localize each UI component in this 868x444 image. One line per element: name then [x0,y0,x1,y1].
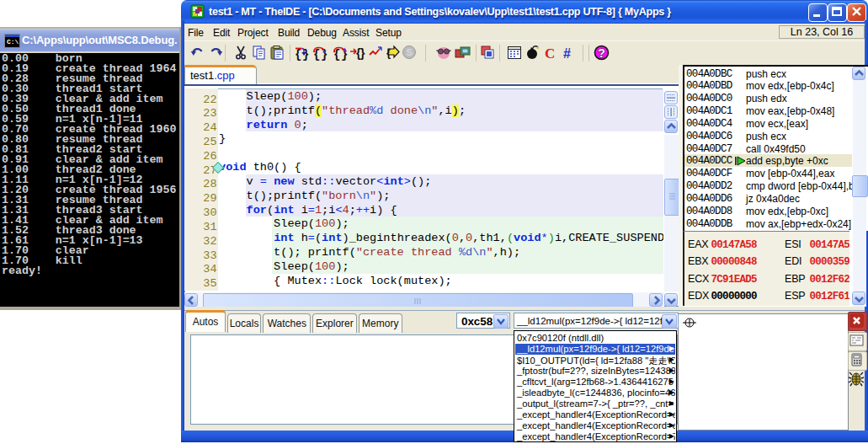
svg-text:{: { [295,48,301,62]
svg-text:}: } [360,46,365,60]
svg-text:{: { [386,46,391,59]
svg-text:?: ? [598,46,605,60]
svg-text:#: # [563,46,571,61]
svg-text:S: S [407,47,413,57]
svg-text:}: } [321,48,327,62]
svg-text:C: C [545,45,555,62]
